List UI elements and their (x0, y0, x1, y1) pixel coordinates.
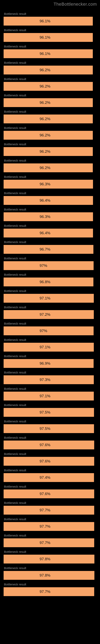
result-row: Bottleneck result97.7% (0, 531, 100, 547)
bar-track: 96.1% (3, 49, 97, 58)
bar-value: 97.5% (3, 410, 50, 414)
bar-track: 96.4% (3, 196, 97, 205)
result-label: Bottleneck result (3, 384, 97, 392)
result-row: Bottleneck result97.3% (0, 368, 100, 384)
bar-fill: 96.1% (3, 49, 93, 58)
result-label: Bottleneck result (3, 547, 97, 555)
bar-fill: 97.1% (3, 343, 94, 352)
result-row: Bottleneck result96.8% (0, 270, 100, 286)
bar-value: 96.2% (3, 149, 50, 154)
bar-track: 96.3% (3, 180, 97, 188)
result-row: Bottleneck result96.2% (0, 91, 100, 107)
bar-fill: 96.2% (3, 131, 93, 140)
bar-fill: 96.3% (3, 180, 93, 188)
bar-fill: 96.9% (3, 359, 94, 368)
result-row: Bottleneck result96.3% (0, 172, 100, 188)
bar-track: 96.9% (3, 359, 97, 368)
bar-value: 96.3% (3, 214, 50, 219)
bar-track: 97.2% (3, 310, 97, 319)
result-label: Bottleneck result (3, 9, 97, 17)
bar-track: 97.5% (3, 424, 97, 433)
bar-track: 96.2% (3, 114, 97, 123)
bar-track: 96.2% (3, 66, 97, 74)
result-row: Bottleneck result97.5% (0, 417, 100, 433)
result-label: Bottleneck result (3, 319, 97, 326)
bar-value: 96.2% (3, 100, 50, 105)
result-row: Bottleneck result97.7% (0, 514, 100, 531)
bar-track: 97.6% (3, 457, 97, 466)
bar-value: 96.2% (3, 133, 50, 138)
bar-track: 96.2% (3, 82, 97, 91)
bar-value: 97.4% (3, 475, 50, 480)
result-label: Bottleneck result (3, 531, 97, 538)
bar-track: 96.4% (3, 228, 97, 238)
result-row: Bottleneck result96.7% (0, 238, 100, 254)
bar-fill: 97% (3, 261, 94, 270)
bar-fill: 97.6% (3, 457, 94, 466)
result-label: Bottleneck result (3, 466, 97, 473)
bar-value: 97.3% (3, 378, 50, 382)
result-row: Bottleneck result96.2% (0, 140, 100, 156)
bar-value: 96.2% (3, 117, 50, 121)
result-row: Bottleneck result97.2% (0, 303, 100, 319)
result-row: Bottleneck result97.7% (0, 498, 100, 514)
result-label: Bottleneck result (3, 514, 97, 522)
bar-track: 96.1% (3, 33, 97, 42)
bar-fill: 96.8% (3, 278, 93, 286)
bar-track: 97.7% (3, 506, 97, 514)
bar-value: 97.8% (3, 557, 50, 561)
result-label: Bottleneck result (3, 303, 97, 310)
result-list: Bottleneck result96.1%Bottleneck result9… (0, 9, 100, 596)
bar-fill: 97.1% (3, 392, 94, 400)
bar-value: 96.4% (3, 198, 50, 203)
bar-track: 97% (3, 326, 97, 335)
bar-track: 97.1% (3, 294, 97, 303)
bar-value: 97.2% (3, 312, 50, 317)
bar-value: 96.2% (3, 68, 50, 72)
result-label: Bottleneck result (3, 368, 97, 375)
result-row: Bottleneck result97.4% (0, 466, 100, 482)
bar-value: 96.1% (3, 19, 50, 23)
result-label: Bottleneck result (3, 270, 97, 278)
bar-value: 96.4% (3, 231, 50, 235)
bar-value: 97.6% (3, 443, 50, 447)
result-label: Bottleneck result (3, 286, 97, 294)
result-row: Bottleneck result97.7% (0, 580, 100, 596)
bar-fill: 96.2% (3, 66, 93, 74)
bar-track: 97.8% (3, 555, 97, 564)
bar-track: 97% (3, 261, 97, 270)
bar-fill: 97.1% (3, 294, 94, 303)
bar-value: 97.1% (3, 345, 50, 349)
result-row: Bottleneck result96.1% (0, 26, 100, 42)
result-label: Bottleneck result (3, 400, 97, 408)
result-label: Bottleneck result (3, 172, 97, 180)
result-row: Bottleneck result96.4% (0, 221, 100, 238)
bar-value: 97.1% (3, 296, 50, 300)
result-row: Bottleneck result96.4% (0, 188, 100, 205)
bar-value: 96.8% (3, 280, 50, 284)
result-label: Bottleneck result (3, 58, 97, 66)
bar-fill: 96.2% (3, 147, 93, 156)
page-header: TheBottlenecker.com (0, 0, 100, 9)
bar-value: 96.1% (3, 52, 50, 56)
bar-fill: 97.3% (3, 375, 94, 384)
result-row: Bottleneck result96.1% (0, 9, 100, 26)
bar-track: 97.7% (3, 587, 97, 596)
bar-value: 97.7% (3, 590, 50, 594)
bar-track: 96.2% (3, 98, 97, 107)
bar-track: 97.6% (3, 440, 97, 450)
result-row: Bottleneck result97% (0, 254, 100, 270)
bar-fill: 97.5% (3, 408, 94, 417)
bar-value: 97.5% (3, 426, 50, 431)
bar-value: 97.1% (3, 394, 50, 398)
result-label: Bottleneck result (3, 140, 97, 147)
bar-fill: 96.2% (3, 98, 93, 107)
result-row: Bottleneck result96.3% (0, 205, 100, 221)
result-label: Bottleneck result (3, 352, 97, 359)
result-label: Bottleneck result (3, 482, 97, 490)
bar-track: 97.1% (3, 343, 97, 352)
bar-track: 97.1% (3, 392, 97, 400)
result-row: Bottleneck result97.1% (0, 335, 100, 352)
site-name-link[interactable]: TheBottlenecker.com (53, 2, 97, 7)
result-row: Bottleneck result96.9% (0, 352, 100, 368)
